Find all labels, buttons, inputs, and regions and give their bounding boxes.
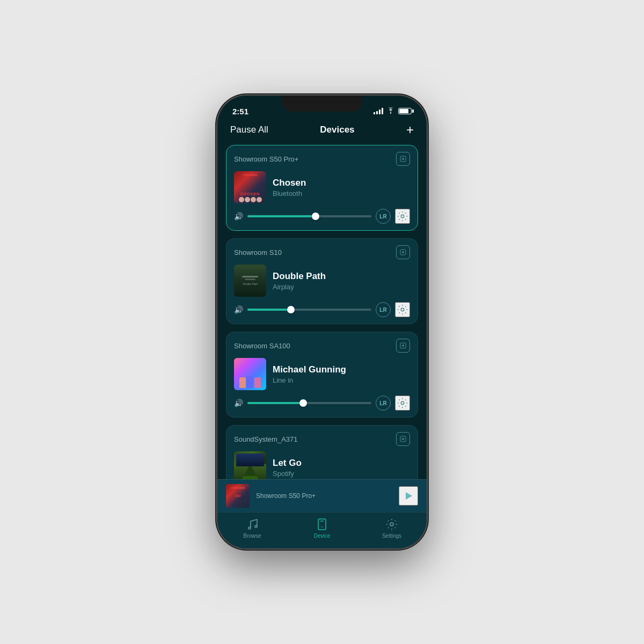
add-group-button-3[interactable] (396, 339, 410, 353)
device-card-4: SoundSystem_A371 (226, 425, 418, 479)
status-icons (374, 107, 412, 115)
volume-icon-1: 🔊 (234, 212, 243, 221)
phone-screen: 2:51 (217, 96, 427, 548)
signal-icon (374, 108, 383, 114)
tab-browse-label: Browse (243, 533, 261, 539)
card-header-4: SoundSystem_A371 (234, 432, 410, 446)
mini-player-info: Showroom S50 Pro+ (256, 492, 392, 500)
track-source-4: Spotify (273, 470, 410, 478)
card-header-1: Showroom S50 Pro+ (234, 152, 410, 166)
mini-player-art: CHO (226, 484, 250, 508)
device-card-2: Showroom S10 Double P (226, 238, 418, 324)
tab-settings[interactable]: Settings (357, 518, 427, 539)
tab-bar: Browse Device Settings (217, 512, 427, 541)
device-list: Showroom S50 Pro+ CHOSEN (217, 145, 427, 479)
add-group-icon-3 (399, 342, 407, 349)
track-source-2: Airplay (273, 283, 410, 291)
battery-icon (398, 108, 412, 114)
volume-slider-3[interactable] (247, 402, 371, 404)
mini-player[interactable]: CHO Showroom S50 Pro+ (217, 479, 427, 512)
volume-slider-2[interactable] (247, 309, 371, 311)
home-indicator (217, 541, 427, 548)
svg-point-8 (401, 308, 404, 311)
track-info-2: Double Path Airplay (273, 271, 410, 291)
svg-rect-21 (318, 519, 326, 530)
volume-icon-2: 🔊 (234, 305, 243, 314)
settings-button-3[interactable] (395, 396, 410, 411)
track-info-4: Let Go Spotify (273, 458, 410, 478)
svg-point-0 (390, 113, 391, 114)
track-title-4: Let Go (273, 458, 410, 469)
lr-button-1[interactable]: LR (376, 209, 391, 224)
card-header-2: Showroom S10 (234, 245, 410, 259)
add-group-icon-1 (399, 155, 407, 163)
notch (282, 96, 362, 112)
device-card-1: Showroom S50 Pro+ CHOSEN (226, 145, 418, 231)
svg-point-12 (401, 401, 404, 405)
volume-row-2: 🔊 LR (234, 302, 410, 317)
top-nav: Pause All Devices + (217, 119, 427, 145)
svg-point-22 (321, 526, 323, 528)
add-device-button[interactable]: + (406, 123, 414, 136)
volume-row-3: 🔊 LR (234, 396, 410, 411)
svg-marker-20 (406, 492, 412, 500)
svg-point-4 (401, 215, 404, 218)
add-group-button-2[interactable] (396, 245, 410, 259)
lr-button-2[interactable]: LR (376, 302, 391, 317)
svg-point-24 (390, 523, 393, 526)
add-group-button-4[interactable] (396, 432, 410, 446)
track-info-1: Chosen Bluetooth (273, 178, 410, 197)
lr-button-3[interactable]: LR (376, 396, 391, 411)
album-art-1: CHOSEN (234, 171, 266, 203)
mini-player-device: Showroom S50 Pro+ (256, 492, 392, 500)
card-content-1: CHOSEN Chosen Bluetooth (234, 171, 410, 203)
phone-frame: 2:51 (217, 96, 427, 548)
track-source-1: Bluetooth (273, 189, 410, 197)
device-name-4: SoundSystem_A371 (234, 435, 298, 443)
device-icon (316, 518, 328, 531)
track-info-3: Michael Gunning Line in (273, 364, 410, 384)
add-group-icon-2 (399, 248, 407, 256)
device-card-3: Showroom SA100 (226, 332, 418, 418)
card-header-3: Showroom SA100 (234, 339, 410, 353)
track-source-3: Line in (273, 376, 410, 384)
pause-all-button[interactable]: Pause All (230, 125, 268, 135)
track-title-2: Double Path (273, 271, 410, 282)
mini-play-button[interactable] (399, 486, 418, 506)
settings-button-2[interactable] (395, 302, 410, 317)
volume-icon-3: 🔊 (234, 399, 243, 407)
volume-row-1: 🔊 LR (234, 209, 410, 224)
browse-icon (246, 518, 259, 531)
tab-device-label: Device (314, 533, 331, 539)
nav-title: Devices (320, 125, 354, 135)
card-content-4: Let Go Spotify (234, 451, 410, 479)
album-art-4 (234, 451, 266, 479)
tab-device[interactable]: Device (287, 518, 357, 539)
device-name-2: Showroom S10 (234, 248, 282, 257)
add-group-button-1[interactable] (396, 152, 410, 166)
device-name-1: Showroom S50 Pro+ (234, 155, 298, 163)
device-name-3: Showroom SA100 (234, 342, 290, 350)
album-art-2: Double Path (234, 265, 266, 297)
volume-slider-1[interactable] (247, 215, 371, 217)
card-content-3: Michael Gunning Line in (234, 358, 410, 390)
card-content-2: Double Path Double Path Airplay (234, 265, 410, 297)
track-title-1: Chosen (273, 178, 410, 188)
settings-icon (385, 518, 398, 531)
settings-button-1[interactable] (395, 209, 410, 224)
add-group-icon-4 (399, 435, 407, 443)
wifi-icon (386, 107, 395, 115)
track-title-3: Michael Gunning (273, 364, 410, 375)
album-art-3 (234, 358, 266, 390)
tab-browse[interactable]: Browse (217, 518, 287, 539)
tab-settings-label: Settings (382, 533, 401, 539)
status-time: 2:51 (232, 107, 248, 116)
